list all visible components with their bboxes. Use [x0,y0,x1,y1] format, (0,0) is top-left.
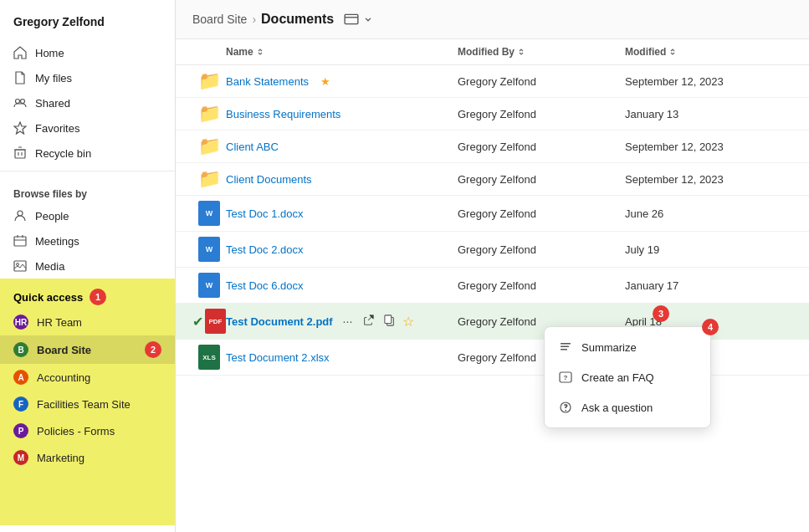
context-menu-summarize[interactable]: Summarize [545,332,710,362]
sidebar-item-recycle-bin[interactable]: Recycle bin [0,141,175,166]
quick-access-section: Quick access 1 HR HR Team B Board Site 2… [0,279,175,525]
sidebar-item-people[interactable]: People [0,203,175,228]
hr-team-icon: HR [13,315,28,330]
qa-item-label: Facilities Team Site [37,398,131,411]
table-row[interactable]: 📁 Bank Statements ★ Gregory Zelfond Sept… [176,65,809,98]
sidebar-item-media[interactable]: Media [0,253,175,279]
file-modified: July 19 [625,243,792,256]
star-icon [13,121,27,135]
table-row[interactable]: 📁 Client ABC Gregory Zelfond September 1… [176,130,809,163]
file-icon: W [192,273,226,298]
qa-item-board-site[interactable]: B Board Site 2 [0,335,175,364]
file-icon: W [192,201,226,226]
sidebar-item-meetings[interactable]: Meetings [0,228,175,253]
sidebar: Gregory Zelfond Home My files Shared Fav… [0,0,176,532]
star-icon: ★ [320,75,330,88]
svg-point-7 [17,263,19,266]
browse-files-label: Browse files by [0,180,175,203]
col-header-modified[interactable]: Modified [625,46,792,58]
svg-point-0 [16,100,20,104]
policies-icon: P [13,423,28,438]
qa-item-label: Marketing [37,452,84,464]
home-icon [13,46,27,59]
svg-rect-11 [561,343,571,345]
svg-rect-3 [15,150,25,158]
board-site-badge: 2 [145,341,161,358]
svg-rect-5 [14,237,26,246]
context-menu: Summarize ? Create an FAQ Ask a question… [544,326,711,428]
sidebar-item-my-files[interactable]: My files [0,65,175,90]
user-name: Gregory Zelfond [0,7,175,40]
file-modified-by: Gregory Zelfond [458,243,625,256]
table-row[interactable]: W Test Doc 6.docx Gregory Zelfond Januar… [176,268,809,304]
breadcrumb-icons [344,12,374,27]
qa-item-accounting[interactable]: A Accounting [0,364,175,391]
table-row[interactable]: 📁 Business Requirements Gregory Zelfond … [176,98,809,130]
svg-marker-2 [14,122,26,134]
breadcrumb-current: Documents [261,12,334,27]
qa-item-label: Board Site [37,344,91,356]
sidebar-item-home[interactable]: Home [0,40,175,65]
sidebar-item-favorites[interactable]: Favorites [0,115,175,141]
table-row[interactable]: W Test Doc 2.docx Gregory Zelfond July 1… [176,232,809,268]
more-actions-btn[interactable]: ··· [340,313,356,330]
file-modified-by: Gregory Zelfond [458,75,625,88]
share-btn[interactable] [359,313,377,330]
marketing-icon: M [13,450,28,465]
main-content: Board Site › Documents Name Modified By … [176,0,809,532]
file-name: Test Doc 6.docx [226,279,458,292]
breadcrumb: Board Site › Documents [176,0,809,39]
copy-btn[interactable] [381,313,399,330]
col-header-name[interactable]: Name [226,46,458,58]
row-badge-3: 3 [653,305,669,322]
file-modified: January 13 [625,108,792,120]
context-menu-create-faq[interactable]: ? Create an FAQ [545,362,710,392]
person-icon [13,209,27,223]
file-name: Business Requirements [226,108,458,120]
faq-icon: ? [558,370,573,385]
file-icon: 📁 [192,103,226,125]
breadcrumb-parent[interactable]: Board Site [192,13,247,26]
qa-item-hr-team[interactable]: HR HR Team [0,309,175,335]
trash-icon [13,146,27,160]
svg-rect-8 [345,14,358,23]
file-modified-by: Gregory Zelfond [458,173,625,186]
file-name: Client Documents [226,173,458,186]
file-name: Client ABC [226,141,458,153]
file-name: Test Document 2.xlsx [226,351,458,364]
table-row[interactable]: W Test Doc 1.docx Gregory Zelfond June 2… [176,196,809,232]
sidebar-item-label: Meetings [35,235,79,248]
file-modified: June 26 [625,207,792,220]
qa-item-marketing[interactable]: M Marketing [0,444,175,471]
accounting-icon: A [13,370,28,385]
sidebar-item-shared[interactable]: Shared [0,90,175,115]
col-header-modified-by[interactable]: Modified By [458,46,625,58]
quick-access-header: Quick access 1 [0,282,175,309]
file-name: Test Doc 2.docx [226,243,458,256]
sidebar-item-label: Recycle bin [35,147,91,160]
media-icon [13,259,27,273]
file-icon: XLS [192,345,226,370]
file-icon: 📁 [192,70,226,92]
file-modified: September 12, 2023 [625,173,792,186]
facilities-icon: F [13,396,28,412]
table-row[interactable]: XLS Test Document 2.xlsx Gregory Zelfond [176,340,809,376]
quick-access-label: Quick access [13,291,83,304]
file-name: Test Document 2.pdf ··· ☆ 3 [226,313,458,330]
qa-item-label: HR Team [37,316,82,329]
meetings-icon [13,234,27,248]
context-item-label: Create an FAQ [581,371,654,384]
file-icon: ✔ PDF [192,309,226,334]
file-modified-by: Gregory Zelfond [458,108,625,120]
sidebar-item-label: People [35,210,69,223]
file-name: Test Doc 1.docx [226,207,458,220]
context-menu-ask-question[interactable]: Ask a question [545,392,710,422]
file-modified-by: Gregory Zelfond [458,141,625,153]
star-btn[interactable]: ☆ [402,314,414,330]
quick-access-badge: 1 [90,289,106,305]
svg-rect-10 [385,315,392,323]
table-row[interactable]: 📁 Client Documents Gregory Zelfond Septe… [176,163,809,196]
qa-item-policies[interactable]: P Policies - Forms [0,417,175,444]
qa-item-facilities[interactable]: F Facilities Team Site [0,391,175,417]
sidebar-item-label: Media [35,260,64,273]
